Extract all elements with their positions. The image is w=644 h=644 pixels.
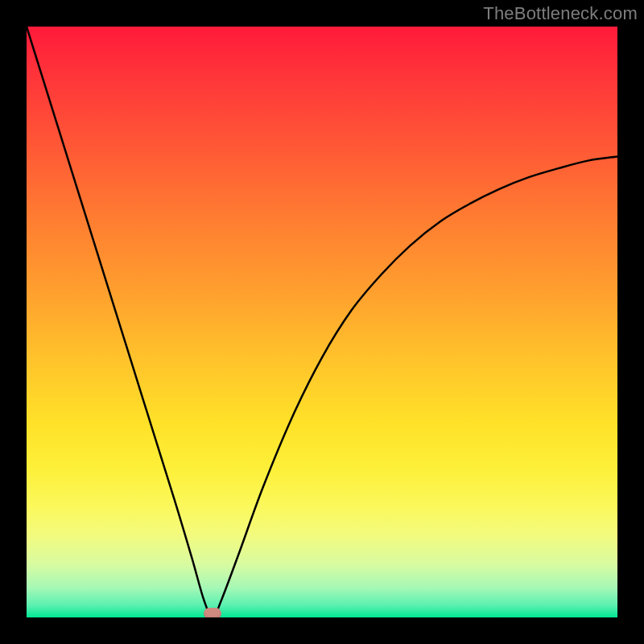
chart-frame: TheBottleneck.com <box>0 0 644 644</box>
optimum-marker <box>204 608 221 617</box>
plot-area <box>27 27 617 617</box>
watermark-text: TheBottleneck.com <box>483 3 638 24</box>
bottleneck-curve <box>27 27 617 617</box>
